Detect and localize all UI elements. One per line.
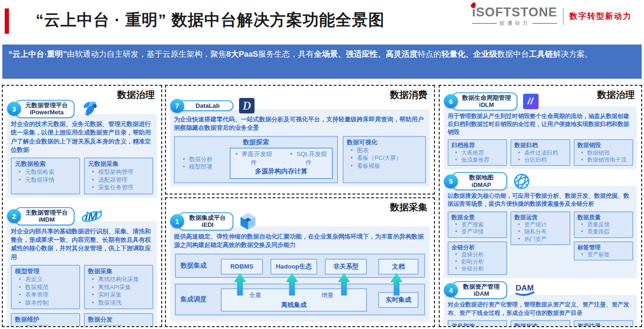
source-box-hadoop: Hadoop生态 xyxy=(270,259,317,275)
logo-divider-line xyxy=(532,23,557,24)
row-label: 数据集成 xyxy=(180,262,207,270)
feature-list: 单条维护批量导入数据校验手工分发 xyxy=(15,324,76,327)
feature-box-data-visualization: 数据可视化 图表看板（PC/大屏）看板模板 xyxy=(343,136,426,183)
imdm-globe-icon: iM xyxy=(80,208,104,224)
feature-item: 离线结构化采集 xyxy=(91,276,149,284)
feature-list: 图表看板（PC/大屏）看板模板 xyxy=(347,147,422,170)
feature-item: 看板（PC/大屏） xyxy=(350,154,422,162)
feature-item: 元数据检索 xyxy=(18,168,76,176)
banner-segment: 8大PaaS xyxy=(226,50,258,59)
page-title: “云上中台 · 重明” 数据中台解决方案功能全景图 xyxy=(36,9,385,31)
schedule-row: 集成调度 全量 增量 离线集成 实时集成 xyxy=(175,284,425,315)
section-title: 数据采集 xyxy=(390,201,427,214)
intro-banner: “云上中台·重明”由软通动力自主研发，基于云原生架构，聚焦8大PaaS服务生态，… xyxy=(2,45,642,79)
platform-name-cn: 数据地图 xyxy=(462,174,501,181)
feature-item: 适配器管理 xyxy=(91,176,149,184)
feature-box-title: 元数据检索 xyxy=(15,160,76,168)
feature-box-archive-recommend: 归档推荐 大表推荐低流量推荐 xyxy=(448,139,507,166)
platform-ipowermeta-body: 对企业的技术元数据、业务元数据、管理元数据进行统一采集，以便上游应用生成数据资产… xyxy=(7,114,157,198)
feature-box-title: 模型管理 xyxy=(15,268,76,276)
feature-item: 条件过滤归档 xyxy=(517,150,566,157)
feature-box-title: 数据探索 xyxy=(179,138,333,147)
logo-brand-text: iSOFTSTONE xyxy=(472,6,557,19)
feature-box-data-standard: 数据标准 数据标准注册数据标准发布 xyxy=(510,320,570,327)
feature-item: 数据销毁 xyxy=(580,150,629,157)
feature-list: 血缘分析影响分析全链分析 xyxy=(451,251,503,273)
feature-item: 表单管理 xyxy=(18,291,76,299)
feature-box-title: 数据全景 xyxy=(451,214,503,221)
logo-separator xyxy=(563,8,564,25)
feature-list: 资产统计隐私分布热门资产 xyxy=(514,221,566,243)
logo-divider-line xyxy=(472,23,497,24)
platform-description: 提供高速稳定、弹性伸缩的数据自动化汇聚功能，在企业复杂网络环境下，为丰富的异构数… xyxy=(174,232,426,250)
platform-name-en: iDLM xyxy=(462,101,511,108)
feature-box-model-mgmt: 模型管理 表定义数据规范表单管理版本控制 xyxy=(11,265,80,309)
platform-idam-header: 4 数据资产管理 iDAM DAM xyxy=(444,281,637,299)
feature-item: 图表 xyxy=(350,147,422,155)
feature-item: 低流量推荐 xyxy=(454,157,503,164)
integration-diagram: 数据集成 RDBMS Hadoop生态 非关系型 文档 集成调度 全量 增量 离… xyxy=(174,254,426,318)
feature-box-data-maintain: 数据维护 单条维护批量导入数据校验手工分发 xyxy=(11,313,80,327)
section-title: 数据治理 xyxy=(597,89,635,101)
feature-box-title: 数据标准 xyxy=(514,322,566,327)
banner-segment: 轻量化、企业级 xyxy=(442,50,497,59)
platform-pill-imdm: 主数据管理平台 iMDM xyxy=(15,207,75,225)
platform-iedi-body: 提供高速稳定、弹性伸缩的数据自动化汇聚功能，在企业复杂网络环境下，为丰富的异构数… xyxy=(170,226,430,322)
feature-list: 质量反馈质量跟踪 xyxy=(577,221,629,236)
feature-list: 大表推荐低流量推荐 xyxy=(451,150,503,164)
feature-box-tag-mgmt: 标签管理 资产标签 xyxy=(574,241,633,261)
feature-list: 元数据检索元数据详情 xyxy=(15,168,76,184)
feature-list: 资产标签 xyxy=(577,251,629,258)
feature-item: 质量跟踪 xyxy=(580,228,629,235)
platform-imdm-body: 对企业内部共享的基础数据进行识别、采集、清洗和整合，形成要求一致、内容完整、长期… xyxy=(7,221,157,327)
feature-box-asset-register: 资产注册 关系注册关系清单 xyxy=(574,320,633,327)
source-box-nosql: 非关系型 xyxy=(325,259,367,275)
platform-pill-datalab: DataLab xyxy=(178,100,233,111)
banner-segment: 解决方案。 xyxy=(553,50,593,59)
feature-box-title: 数据采集 xyxy=(88,268,149,276)
feature-box-title: 归档推荐 xyxy=(451,142,503,149)
feature-box-title: 资产注册 xyxy=(577,322,629,327)
logo-brand-cn: 软通动力 xyxy=(472,20,557,27)
feature-box-data-collect: 数据采集 离线结构化采集离线API采集实时采集数据清洗 xyxy=(84,265,153,309)
feature-box-title: 元数据采集 xyxy=(88,160,149,168)
platform-name-en: iMDM xyxy=(25,216,68,223)
platform-name-cn: 数据资产管理 xyxy=(462,283,501,290)
feature-item: 数据规范 xyxy=(18,284,76,292)
platform-idmap-body: 以数据搜索为核心功能，可应用于数据分析、数据开发、数据挖掘、数据运营等场景，提供… xyxy=(444,186,637,278)
feature-list: 离线结构化采集离线API采集实时采集数据清洗 xyxy=(88,276,149,307)
feature-box-title: 数据质量 xyxy=(577,214,629,221)
section-title: 数据消费 xyxy=(390,89,427,101)
feature-list: 条件过滤归档分区归档 xyxy=(514,150,566,164)
feature-item: 模型部署 xyxy=(182,163,224,171)
platform-name-cn: 元数据管理平台 xyxy=(25,102,68,109)
feature-box-data-destroy: 数据销毁 数据销毁数据销毁电子流 xyxy=(574,139,633,166)
feature-list: 模型架构管理适配器管理采集任务管理 xyxy=(88,168,149,192)
dev-component-item: 界面开发组件 xyxy=(234,150,273,167)
feature-item: 采集任务管理 xyxy=(91,184,149,192)
feature-item: 资产详情 xyxy=(454,228,503,235)
feature-item: 版本控制 xyxy=(18,299,76,307)
feature-item: 隐私分布 xyxy=(517,228,566,235)
platform-description: 用于管理数据从产生到过时销毁整个生命周期的流动，涵盖从数据创建后归档到数据过时后… xyxy=(448,112,633,137)
platform-name-cn: 数据集成平台 xyxy=(188,214,227,221)
feature-item: 表定义 xyxy=(18,276,76,284)
feature-list: 表定义数据规范表单管理版本控制 xyxy=(15,276,76,307)
platform-pill-idam: 数据资产管理 iDAM xyxy=(452,281,507,299)
platform-name-en: iEDI xyxy=(188,221,227,228)
feature-box-data-distribute: 数据分发 任务编排调度管理日志分析分发管理 xyxy=(84,313,153,327)
feature-item: 资产标签 xyxy=(580,251,629,258)
row-label: 集成调度 xyxy=(180,295,207,304)
feature-item: 数据分析 xyxy=(182,156,224,164)
full-sync-label: 全量 xyxy=(249,291,262,299)
banner-segment: 工具链 xyxy=(529,50,553,59)
panel-data-governance-right: 数据治理 6 数据生命周期管理 iDLM // 用于管理数据从产生到过时销毁整个… xyxy=(439,85,642,327)
feature-item: 数据清洗 xyxy=(91,299,149,307)
platform-number-badge: 5 xyxy=(444,174,458,188)
platform-name-en: iPowerMeta xyxy=(25,109,68,116)
feature-box-full-chain-analysis: 全链分析 血缘分析影响分析全链分析 xyxy=(448,241,507,275)
feature-box-info-architecture: 信息架构 主题域管理主题管理业务对象管理逻辑实体管理 xyxy=(448,320,507,327)
feature-item: 元数据详情 xyxy=(18,176,76,184)
feature-box-data-operation: 数据运营 资产统计隐私分布热门资产 xyxy=(510,211,570,245)
feature-item: 大表推荐 xyxy=(454,150,503,157)
